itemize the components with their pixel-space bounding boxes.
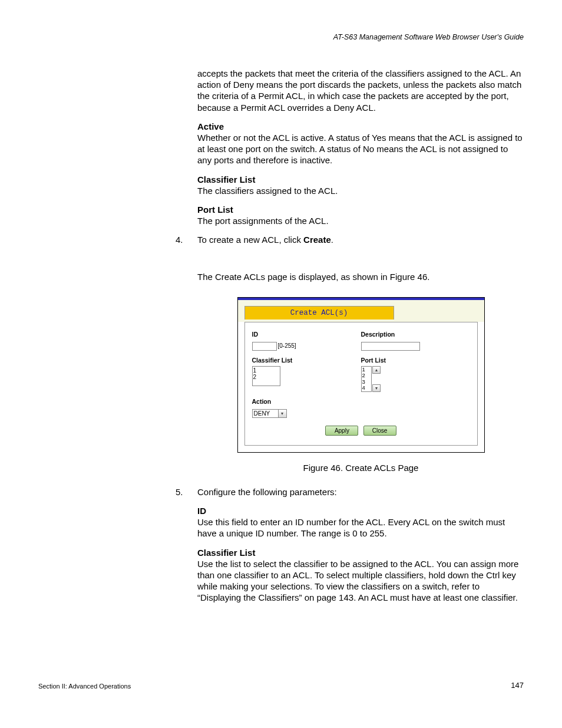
- port-list-description: The port assignments of the ACL.: [197, 215, 524, 226]
- classifier-listbox[interactable]: 1 2: [252, 366, 280, 386]
- step-4-follow: The Create ACLs page is displayed, as sh…: [197, 271, 524, 282]
- classifier-list-item[interactable]: 2: [253, 374, 279, 380]
- classifier-list-heading-2: Classifier List: [197, 547, 524, 558]
- figure-caption: Figure 46. Create ACLs Page: [197, 462, 524, 473]
- chevron-down-icon[interactable]: ▾: [279, 409, 287, 418]
- step-5-number: 5.: [176, 486, 183, 498]
- step-4-create-word: Create: [303, 235, 331, 245]
- step-5: 5. Configure the following parameters: I…: [176, 486, 524, 604]
- id-hint: [0-255]: [278, 342, 296, 349]
- step-4-number: 4.: [176, 234, 183, 245]
- id-field-label: ID: [252, 331, 361, 338]
- action-select-value: DENY: [252, 409, 279, 418]
- apply-button[interactable]: Apply: [325, 426, 358, 436]
- step-5-text: Configure the following parameters:: [197, 487, 337, 497]
- port-list-item[interactable]: 4: [362, 385, 371, 391]
- port-listbox[interactable]: 1 2 3 4: [361, 366, 372, 392]
- description-field-label: Description: [361, 331, 470, 338]
- scroll-up-button[interactable]: ▴: [372, 366, 381, 374]
- intro-paragraph: accepts the packets that meet the criter…: [197, 68, 524, 113]
- active-description: Whether or not the ACL is active. A stat…: [197, 132, 524, 166]
- id-heading: ID: [197, 505, 524, 516]
- classifier-list-description-2: Use the list to select the classifier to…: [197, 558, 524, 604]
- footer-section: Section II: Advanced Operations: [38, 683, 131, 690]
- scroll-down-button[interactable]: ▾: [372, 384, 381, 392]
- id-description: Use this field to enter an ID number for…: [197, 516, 524, 539]
- create-acl-tab[interactable]: Create ACL(s): [244, 306, 394, 319]
- action-select[interactable]: DENY ▾: [252, 409, 287, 418]
- figure-46: Create ACL(s) ID [0-255] Description: [237, 297, 485, 453]
- step-4-text-a: To create a new ACL, click: [197, 235, 303, 245]
- page-number: 147: [511, 681, 524, 690]
- id-input[interactable]: [252, 342, 277, 351]
- description-input[interactable]: [361, 342, 420, 351]
- main-content: accepts the packets that meet the criter…: [197, 68, 524, 611]
- active-heading: Active: [197, 121, 524, 132]
- classifier-list-description: The classifiers assigned to the ACL.: [197, 185, 524, 196]
- classifier-list-field-label: Classifier List: [252, 357, 361, 364]
- port-list-field-label: Port List: [361, 357, 470, 364]
- page-header: AT-S63 Management Software Web Browser U…: [333, 33, 524, 41]
- step-4: 4. To create a new ACL, click Create. Th…: [176, 234, 524, 473]
- close-button[interactable]: Close: [363, 426, 396, 436]
- action-field-label: Action: [252, 398, 361, 406]
- classifier-list-item[interactable]: 1: [253, 367, 279, 374]
- port-list-heading: Port List: [197, 204, 524, 215]
- classifier-list-heading: Classifier List: [197, 174, 524, 185]
- step-4-text-b: .: [331, 235, 333, 245]
